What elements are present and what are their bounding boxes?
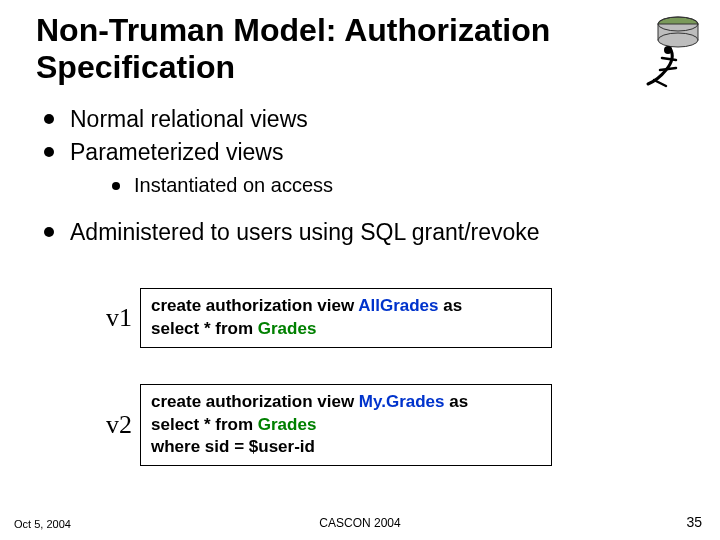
sql-view-name: My.Grades: [359, 392, 445, 411]
sql-box: create authorization view My.Grades as s…: [140, 384, 552, 467]
bullet-item: Administered to users using SQL grant/re…: [36, 217, 684, 248]
svg-point-4: [664, 46, 672, 54]
bullet-text: Parameterized views: [70, 139, 283, 165]
sql-line: select * from Grades: [151, 414, 541, 437]
sql-text: select * from: [151, 319, 258, 338]
sub-bullet-item: Instantiated on access: [70, 172, 684, 199]
view-label: v1: [106, 303, 132, 333]
logo-graphic: [632, 12, 702, 102]
sub-bullet-list: Instantiated on access: [70, 172, 684, 199]
sql-text: as: [445, 392, 469, 411]
sql-text: as: [439, 296, 463, 315]
sql-line: where sid = $user-id: [151, 436, 541, 459]
slide: Non-Truman Model: Authorization Specific…: [0, 0, 720, 540]
sql-line: select * from Grades: [151, 318, 541, 341]
view-label: v2: [106, 410, 132, 440]
footer-venue: CASCON 2004: [0, 516, 720, 530]
footer-page-number: 35: [686, 514, 702, 530]
sql-relation: Grades: [258, 319, 317, 338]
bullet-list: Administered to users using SQL grant/re…: [36, 217, 684, 248]
sql-relation: Grades: [258, 415, 317, 434]
bullet-item: Parameterized views Instantiated on acce…: [36, 137, 684, 199]
sql-text: select * from: [151, 415, 258, 434]
sql-line: create authorization view My.Grades as: [151, 391, 541, 414]
slide-title: Non-Truman Model: Authorization Specific…: [36, 12, 684, 86]
sql-text: create authorization view: [151, 392, 359, 411]
view-definition-1: v1 create authorization view AllGrades a…: [106, 288, 684, 348]
sql-box: create authorization view AllGrades as s…: [140, 288, 552, 348]
bullet-list: Normal relational views Parameterized vi…: [36, 104, 684, 199]
sql-text: create authorization view: [151, 296, 358, 315]
sql-line: create authorization view AllGrades as: [151, 295, 541, 318]
bullet-item: Normal relational views: [36, 104, 684, 135]
view-definition-2: v2 create authorization view My.Grades a…: [106, 384, 684, 467]
sql-view-name: AllGrades: [358, 296, 438, 315]
svg-point-2: [658, 33, 698, 47]
